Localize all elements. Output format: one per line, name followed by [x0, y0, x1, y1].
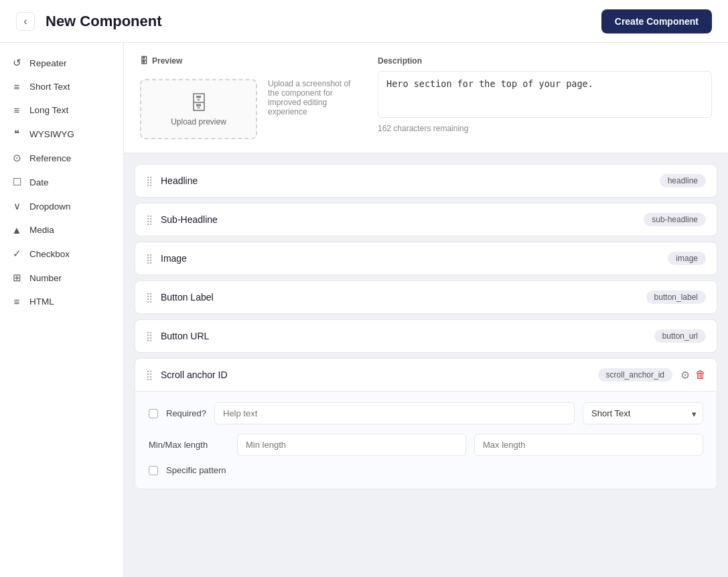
- back-button[interactable]: ‹: [16, 12, 35, 31]
- field-row-button-label: ⣿ Button Label button_label: [135, 280, 717, 314]
- field-tag: headline: [660, 174, 706, 187]
- drag-handle-icon: ⣿: [146, 214, 153, 225]
- repeater-icon: ↺: [11, 57, 23, 69]
- field-header-button-label[interactable]: ⣿ Button Label button_label: [135, 281, 717, 313]
- preview-description-section: 🗄 Preview 🗄 Upload preview Upload a scre…: [124, 43, 728, 153]
- sidebar: ↺ Repeater ≡ Short Text ≡ Long Text ❝ WY…: [0, 43, 124, 577]
- field-expanded-scroll-anchor: Required? Short Text Long Text Number Da…: [135, 391, 717, 489]
- sidebar-item-checkbox[interactable]: ✓ Checkbox: [0, 242, 123, 266]
- sidebar-item-label: Short Text: [29, 82, 70, 92]
- required-label: Required?: [166, 408, 206, 418]
- field-header-button-url[interactable]: ⣿ Button URL button_url: [135, 320, 717, 352]
- page-title: New Component: [46, 13, 162, 30]
- field-name: Image: [161, 253, 660, 264]
- drag-handle-icon: ⣿: [146, 369, 153, 380]
- long-text-icon: ≡: [11, 104, 23, 116]
- field-tag: button_label: [646, 291, 706, 304]
- min-length-input[interactable]: [237, 434, 466, 456]
- media-icon: ▲: [11, 224, 23, 236]
- field-actions: ⚙ 🗑: [680, 369, 706, 382]
- pattern-row: Specific pattern: [149, 465, 703, 475]
- field-name: Sub-Headline: [161, 214, 636, 225]
- max-length-input[interactable]: [474, 434, 703, 456]
- sidebar-item-label: HTML: [29, 297, 54, 307]
- field-tag: scroll_anchor_id: [598, 368, 672, 382]
- sidebar-item-label: Repeater: [29, 58, 67, 68]
- short-text-icon: ≡: [11, 81, 23, 92]
- minmax-label: Min/Max length: [149, 440, 229, 450]
- required-checkbox[interactable]: [149, 409, 158, 418]
- field-row-headline: ⣿ Headline headline: [135, 164, 717, 197]
- drag-handle-icon: ⣿: [146, 292, 153, 303]
- delete-icon[interactable]: 🗑: [695, 369, 706, 381]
- sidebar-item-label: Long Text: [29, 105, 68, 115]
- chars-remaining: 162 characters remaining: [378, 124, 712, 133]
- field-row-scroll-anchor: ⣿ Scroll anchor ID scroll_anchor_id ⚙ 🗑 …: [135, 358, 717, 489]
- sidebar-item-label: Dropdown: [29, 201, 71, 212]
- create-component-button[interactable]: Create Component: [601, 9, 712, 33]
- help-text-input[interactable]: [214, 402, 575, 424]
- content-area: 🗄 Preview 🗄 Upload preview Upload a scre…: [124, 43, 728, 577]
- description-input[interactable]: Hero section for the top of your page.: [378, 71, 712, 118]
- drag-handle-icon: ⣿: [146, 175, 153, 186]
- upload-icon: 🗄: [190, 92, 208, 114]
- upload-hint: Upload a screenshot of the component for…: [268, 79, 362, 116]
- type-select-wrapper: Short Text Long Text Number Date WYSIWYG…: [583, 402, 703, 424]
- field-header-headline[interactable]: ⣿ Headline headline: [135, 165, 717, 197]
- sidebar-item-short-text[interactable]: ≡ Short Text: [0, 75, 123, 98]
- wysiwyg-icon: ❝: [11, 128, 23, 140]
- pattern-label: Specific pattern: [166, 465, 226, 475]
- field-name: Scroll anchor ID: [161, 369, 590, 380]
- field-header-scroll-anchor[interactable]: ⣿ Scroll anchor ID scroll_anchor_id ⚙ 🗑: [135, 359, 717, 391]
- field-header-sub-headline[interactable]: ⣿ Sub-Headline sub-headline: [135, 203, 717, 236]
- sidebar-item-wysiwyg[interactable]: ❝ WYSIWYG: [0, 122, 123, 146]
- sidebar-item-label: Media: [29, 225, 54, 235]
- sidebar-item-long-text[interactable]: ≡ Long Text: [0, 98, 123, 122]
- reference-icon: ⊙: [11, 152, 23, 164]
- description-label: Description: [378, 56, 712, 66]
- sidebar-item-reference[interactable]: ⊙ Reference: [0, 146, 123, 170]
- field-header-image[interactable]: ⣿ Image image: [135, 242, 717, 274]
- main-layout: ↺ Repeater ≡ Short Text ≡ Long Text ❝ WY…: [0, 43, 728, 577]
- minmax-row: Min/Max length: [149, 434, 703, 456]
- preview-inner: 🗄 Preview 🗄 Upload preview Upload a scre…: [140, 56, 712, 139]
- sidebar-item-media[interactable]: ▲ Media: [0, 218, 123, 242]
- upload-text: Upload preview: [171, 117, 226, 127]
- required-row: Required? Short Text Long Text Number Da…: [149, 402, 703, 424]
- description-section: Description Hero section for the top of …: [378, 56, 712, 139]
- field-tag: sub-headline: [644, 213, 706, 226]
- sidebar-item-dropdown[interactable]: ∨ Dropdown: [0, 194, 123, 218]
- date-icon: ☐: [11, 176, 23, 188]
- dropdown-icon: ∨: [11, 200, 23, 212]
- field-row-sub-headline: ⣿ Sub-Headline sub-headline: [135, 203, 717, 236]
- field-name: Button Label: [161, 292, 638, 303]
- field-name: Button URL: [161, 331, 646, 341]
- sidebar-item-label: Checkbox: [29, 249, 70, 259]
- sidebar-item-label: Number: [29, 273, 62, 283]
- field-name: Headline: [161, 175, 652, 186]
- field-row-image: ⣿ Image image: [135, 242, 717, 275]
- sidebar-item-html[interactable]: ≡ HTML: [0, 290, 123, 313]
- sidebar-item-repeater[interactable]: ↺ Repeater: [0, 51, 123, 75]
- sidebar-item-label: Date: [29, 177, 49, 187]
- header: ‹ New Component Create Component: [0, 0, 728, 43]
- field-tag: image: [668, 252, 706, 265]
- sidebar-item-number[interactable]: ⊞ Number: [0, 266, 123, 290]
- sidebar-item-date[interactable]: ☐ Date: [0, 170, 123, 194]
- sidebar-item-label: WYSIWYG: [29, 129, 74, 139]
- preview-icon: 🗄: [140, 56, 148, 66]
- pattern-checkbox[interactable]: [149, 466, 158, 475]
- fields-list: ⣿ Headline headline ⣿ Sub-Headline sub-h…: [124, 153, 728, 500]
- header-left: ‹ New Component: [16, 12, 162, 31]
- html-icon: ≡: [11, 296, 23, 307]
- gear-icon[interactable]: ⚙: [680, 369, 690, 382]
- type-select[interactable]: Short Text Long Text Number Date WYSIWYG…: [583, 402, 703, 424]
- drag-handle-icon: ⣿: [146, 253, 153, 264]
- checkbox-icon: ✓: [11, 248, 23, 260]
- drag-handle-icon: ⣿: [146, 331, 153, 341]
- upload-preview-area[interactable]: 🗄 Upload preview: [140, 79, 257, 139]
- field-tag: button_url: [654, 329, 706, 343]
- number-icon: ⊞: [11, 272, 23, 284]
- field-row-button-url: ⣿ Button URL button_url: [135, 319, 717, 353]
- sidebar-item-label: Reference: [29, 153, 71, 163]
